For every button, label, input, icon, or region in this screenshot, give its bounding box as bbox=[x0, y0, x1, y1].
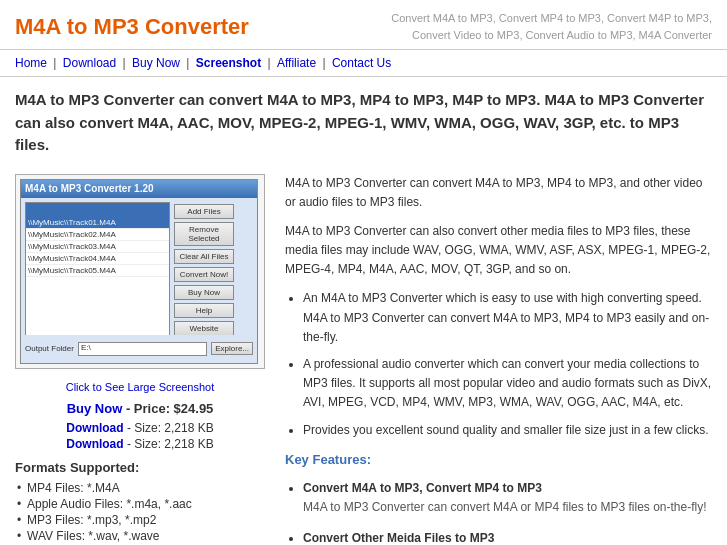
download-link-1[interactable]: Download bbox=[66, 421, 123, 435]
output-folder-field[interactable]: E:\ bbox=[78, 342, 207, 356]
app-titlebar-text: M4A to MP3 Converter 1.20 bbox=[25, 183, 154, 194]
help-button[interactable]: Help bbox=[174, 303, 234, 318]
buy-now-line: Buy Now - Price: $24.95 bbox=[15, 397, 265, 420]
bullet-item: An M4A to MP3 Converter which is easy to… bbox=[303, 289, 712, 347]
output-folder-label: Output Folder bbox=[25, 344, 74, 353]
file-row: \\MyMusic\\Track02.M4A bbox=[26, 229, 169, 241]
download-size-1: - Size: 2,218 KB bbox=[127, 421, 214, 435]
right-column: M4A to MP3 Converter can convert M4A to … bbox=[285, 174, 712, 546]
clear-all-button[interactable]: Clear All Files bbox=[174, 249, 234, 264]
screenshot-box: M4A to MP3 Converter 1.20 \\MyMusic\\Tra… bbox=[15, 174, 265, 369]
nav-buynow[interactable]: Buy Now bbox=[132, 56, 180, 70]
format-item: MP3 Files: *.mp3, *.mp2 bbox=[15, 512, 265, 528]
download-size-2: - Size: 2,218 KB bbox=[127, 437, 214, 451]
bullet-item: A professional audio converter which can… bbox=[303, 355, 712, 413]
format-item: WAV Files: *.wav, *.wave bbox=[15, 528, 265, 544]
add-files-button[interactable]: Add Files bbox=[174, 204, 234, 219]
nav: Home | Download | Buy Now | Screenshot |… bbox=[0, 50, 727, 77]
feature-bullets: An M4A to MP3 Converter which is easy to… bbox=[303, 289, 712, 439]
formats-section: Formats Supported: MP4 Files: *.M4A Appl… bbox=[15, 452, 265, 546]
key-features-title: Key Features: bbox=[285, 450, 712, 471]
right-intro-1: M4A to MP3 Converter can convert M4A to … bbox=[285, 174, 712, 212]
buy-now-link[interactable]: Buy Now bbox=[67, 401, 123, 416]
feature-title-1: Convert M4A to MP3, Convert MP4 to MP3 bbox=[303, 479, 712, 498]
nav-home[interactable]: Home bbox=[15, 56, 47, 70]
key-feature-item-2: Convert Other Meida Files to MP3 M4A to … bbox=[303, 529, 712, 545]
file-row: \\MyMusic\\Track01.M4A bbox=[26, 217, 169, 229]
header-tagline: Convert M4A to MP3, Convert MP4 to MP3, … bbox=[362, 10, 712, 43]
formats-title: Formats Supported: bbox=[15, 460, 265, 475]
file-row: \\MyMusic\\Track05.M4A bbox=[26, 265, 169, 277]
key-features-list: Convert M4A to MP3, Convert MP4 to MP3 M… bbox=[303, 479, 712, 545]
nav-affiliate[interactable]: Affiliate bbox=[277, 56, 316, 70]
price-text: - Price: $24.95 bbox=[126, 401, 213, 416]
main-headline: M4A to MP3 Converter can convert M4A to … bbox=[0, 77, 727, 169]
app-filelist-header bbox=[26, 203, 169, 217]
website-button[interactable]: Website bbox=[174, 321, 234, 336]
header: M4A to MP3 Converter Convert M4A to MP3,… bbox=[0, 0, 727, 50]
key-feature-item-1: Convert M4A to MP3, Convert MP4 to MP3 M… bbox=[303, 479, 712, 517]
download-line-1: Download - Size: 2,218 KB bbox=[15, 420, 265, 436]
feature-title-2: Convert Other Meida Files to MP3 bbox=[303, 529, 712, 545]
file-row: \\MyMusic\\Track04.M4A bbox=[26, 253, 169, 265]
left-column: M4A to MP3 Converter 1.20 \\MyMusic\\Tra… bbox=[15, 174, 265, 546]
bullet-item: Provides you excellent sound quality and… bbox=[303, 421, 712, 440]
nav-screenshot[interactable]: Screenshot bbox=[196, 56, 261, 70]
site-title: M4A to MP3 Converter bbox=[15, 14, 249, 40]
content: M4A to MP3 Converter 1.20 \\MyMusic\\Tra… bbox=[0, 169, 727, 546]
nav-download[interactable]: Download bbox=[63, 56, 116, 70]
file-row: \\MyMusic\\Track03.M4A bbox=[26, 241, 169, 253]
screenshot-link[interactable]: Click to See Large Screenshot bbox=[66, 381, 215, 393]
convert-now-button[interactable]: Convert Now! bbox=[174, 267, 234, 282]
download-link-2[interactable]: Download bbox=[66, 437, 123, 451]
buy-now-app-button[interactable]: Buy Now bbox=[174, 285, 234, 300]
nav-contactus[interactable]: Contact Us bbox=[332, 56, 391, 70]
download-line-2: Download - Size: 2,218 KB bbox=[15, 436, 265, 452]
app-titlebar: M4A to MP3 Converter 1.20 bbox=[21, 180, 257, 198]
feature-desc-1: M4A to MP3 Converter can convert M4A or … bbox=[303, 498, 712, 517]
format-item: Apple Audio Files: *.m4a, *.aac bbox=[15, 496, 265, 512]
format-item: MP4 Files: *.M4A bbox=[15, 480, 265, 496]
remove-selected-button[interactable]: Remove Selected bbox=[174, 222, 234, 246]
app-output-area: Output Folder E:\ Explore... bbox=[21, 335, 257, 363]
explore-button[interactable]: Explore... bbox=[211, 342, 253, 355]
screenshot-link-area: Click to See Large Screenshot bbox=[15, 377, 265, 397]
app-window: M4A to MP3 Converter 1.20 \\MyMusic\\Tra… bbox=[20, 179, 258, 364]
right-intro-2: M4A to MP3 Converter can also convert ot… bbox=[285, 222, 712, 280]
